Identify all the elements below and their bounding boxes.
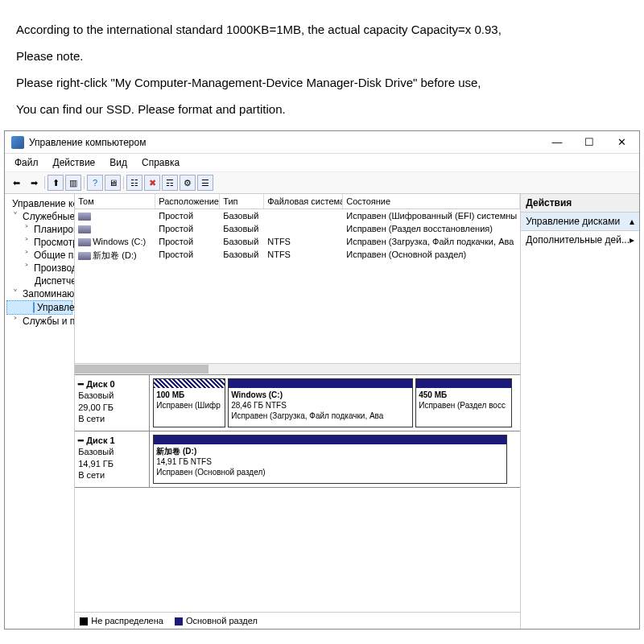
- properties-button[interactable]: ☶: [162, 175, 178, 191]
- refresh-button[interactable]: 🖥: [105, 175, 121, 191]
- menu-action[interactable]: Действие: [47, 155, 102, 170]
- col-layout[interactable]: Расположение: [155, 194, 220, 208]
- volume-list[interactable]: ПростойБазовыйИсправен (Шифрованный (EFI…: [75, 209, 520, 374]
- maximize-button[interactable]: ☐: [573, 132, 605, 153]
- partition[interactable]: 新加卷 (D:)14,91 ГБ NTFSИсправен (Основной …: [153, 435, 507, 484]
- tree-root[interactable]: Управление компьютером (л: [6, 197, 72, 210]
- view-bottom-button[interactable]: ✖: [144, 175, 160, 191]
- menubar: Файл Действие Вид Справка: [5, 154, 639, 172]
- volume-row[interactable]: ПростойБазовыйИсправен (Раздел восстанов…: [75, 222, 520, 235]
- tree-performance[interactable]: ˃Производительность: [6, 262, 72, 275]
- tree-task-scheduler[interactable]: ˃Планировщик задани: [6, 223, 72, 236]
- volume-row[interactable]: 新加卷 (D:)ПростойБазовыйNTFSИсправен (Осно…: [75, 248, 520, 263]
- menu-help[interactable]: Справка: [135, 155, 186, 170]
- computer-management-window: Управление компьютером — ☐ ✕ Файл Действ…: [4, 130, 640, 630]
- actions-section[interactable]: Управление дисками▴: [521, 213, 639, 231]
- disk-graphical-view[interactable]: ━ Диск 0Базовый29,00 ГБВ сети100 МБИспра…: [75, 374, 520, 612]
- col-volume[interactable]: Том: [75, 194, 155, 208]
- partition[interactable]: 450 МБИсправен (Раздел восс: [415, 378, 512, 427]
- disk-mgmt-icon: [33, 302, 35, 313]
- volume-row[interactable]: ПростойБазовыйИсправен (Шифрованный (EFI…: [75, 209, 520, 222]
- col-status[interactable]: Состояние: [343, 194, 520, 208]
- volume-list-header[interactable]: Том Расположение Тип Файловая система Со…: [75, 194, 520, 209]
- col-fs[interactable]: Файловая система: [264, 194, 343, 208]
- menu-file[interactable]: Файл: [8, 155, 45, 170]
- center-pane: Том Расположение Тип Файловая система Со…: [75, 194, 521, 629]
- legend-primary-swatch: [175, 617, 183, 625]
- tree-device-manager[interactable]: Диспетчер устройств: [6, 275, 72, 287]
- disk-info: ━ Диск 1Базовый14,91 ГБВ сети: [75, 431, 150, 487]
- legend: Не распределена Основной раздел: [75, 612, 520, 629]
- col-type[interactable]: Тип: [220, 194, 264, 208]
- tree-services[interactable]: ˃Службы и приложения: [6, 315, 72, 328]
- disk-info: ━ Диск 0Базовый29,00 ГБВ сети: [75, 375, 150, 431]
- help-button[interactable]: ?: [87, 175, 103, 191]
- up-button[interactable]: ⬆: [47, 175, 64, 191]
- view-top-button[interactable]: ☷: [126, 175, 142, 191]
- actions-more[interactable]: Дополнительные дей...▸: [521, 231, 639, 249]
- disk-row[interactable]: ━ Диск 0Базовый29,00 ГБВ сети100 МБИспра…: [75, 375, 520, 431]
- partition[interactable]: 100 МБИсправен (Шифр: [153, 378, 225, 427]
- partition[interactable]: Windows (C:)28,46 ГБ NTFSИсправен (Загру…: [228, 378, 413, 427]
- tree-storage[interactable]: ˅Запоминающие устройст: [6, 287, 72, 300]
- show-hide-button[interactable]: ▥: [65, 175, 81, 191]
- tree-system-tools[interactable]: ˅Служебные программы: [6, 210, 72, 223]
- back-button[interactable]: ⬅: [8, 175, 24, 191]
- nav-tree[interactable]: Управление компьютером (л ˅Служебные про…: [5, 194, 75, 629]
- window-title: Управление компьютером: [29, 137, 541, 148]
- settings-button[interactable]: ⚙: [180, 175, 196, 191]
- h-scrollbar[interactable]: [75, 363, 520, 374]
- intro-text: According to the international standard …: [0, 0, 644, 130]
- close-button[interactable]: ✕: [605, 132, 638, 153]
- actions-header: Действия: [521, 194, 639, 213]
- forward-button[interactable]: ➡: [26, 175, 42, 191]
- toolbar: ⬅ ➡ ⬆ ▥ ? 🖥 ☷ ✖ ☶ ⚙ ☰: [5, 172, 639, 194]
- more-button[interactable]: ☰: [197, 175, 213, 191]
- collapse-icon: ▴: [630, 216, 634, 227]
- actions-pane: Действия Управление дисками▴ Дополнитель…: [521, 194, 639, 629]
- app-icon: [11, 136, 24, 149]
- chevron-right-icon: ▸: [630, 234, 634, 246]
- volume-row[interactable]: Windows (C:)ПростойБазовыйNTFSИсправен (…: [75, 235, 520, 248]
- tree-shared-folders[interactable]: ˃Общие папки: [6, 249, 72, 262]
- scrollbar-thumb[interactable]: [75, 365, 208, 374]
- tree-disk-management[interactable]: Управление дисками: [6, 300, 72, 315]
- disk-row[interactable]: ━ Диск 1Базовый14,91 ГБВ сети新加卷 (D:)14,…: [75, 431, 520, 488]
- legend-unallocated-swatch: [80, 617, 88, 625]
- minimize-button[interactable]: —: [541, 132, 573, 153]
- tree-event-viewer[interactable]: ˃Просмотр событий: [6, 236, 72, 249]
- titlebar[interactable]: Управление компьютером — ☐ ✕: [5, 131, 639, 154]
- menu-view[interactable]: Вид: [103, 155, 134, 170]
